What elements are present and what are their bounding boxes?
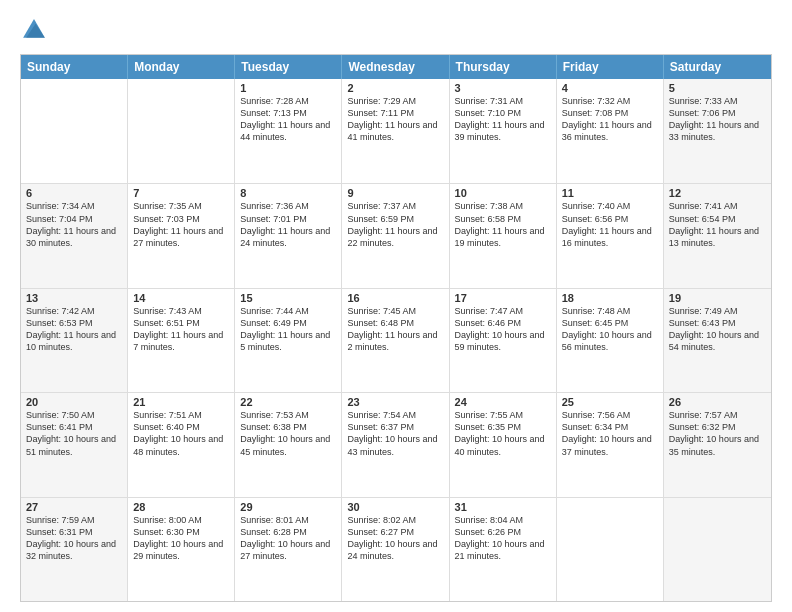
calendar-cell: 31Sunrise: 8:04 AM Sunset: 6:26 PM Dayli…	[450, 498, 557, 601]
calendar-cell: 2Sunrise: 7:29 AM Sunset: 7:11 PM Daylig…	[342, 79, 449, 183]
weekday-header: Tuesday	[235, 55, 342, 79]
day-info: Sunrise: 7:37 AM Sunset: 6:59 PM Dayligh…	[347, 200, 443, 249]
day-number: 30	[347, 501, 443, 513]
calendar-cell: 4Sunrise: 7:32 AM Sunset: 7:08 PM Daylig…	[557, 79, 664, 183]
calendar-cell: 28Sunrise: 8:00 AM Sunset: 6:30 PM Dayli…	[128, 498, 235, 601]
day-number: 20	[26, 396, 122, 408]
day-info: Sunrise: 7:33 AM Sunset: 7:06 PM Dayligh…	[669, 95, 766, 144]
day-number: 26	[669, 396, 766, 408]
calendar-cell: 19Sunrise: 7:49 AM Sunset: 6:43 PM Dayli…	[664, 289, 771, 392]
calendar-row: 1Sunrise: 7:28 AM Sunset: 7:13 PM Daylig…	[21, 79, 771, 183]
day-info: Sunrise: 7:59 AM Sunset: 6:31 PM Dayligh…	[26, 514, 122, 563]
page: SundayMondayTuesdayWednesdayThursdayFrid…	[0, 0, 792, 612]
day-number: 18	[562, 292, 658, 304]
day-info: Sunrise: 7:28 AM Sunset: 7:13 PM Dayligh…	[240, 95, 336, 144]
day-number: 16	[347, 292, 443, 304]
day-info: Sunrise: 7:51 AM Sunset: 6:40 PM Dayligh…	[133, 409, 229, 458]
day-number: 3	[455, 82, 551, 94]
calendar: SundayMondayTuesdayWednesdayThursdayFrid…	[20, 54, 772, 602]
day-number: 31	[455, 501, 551, 513]
day-number: 24	[455, 396, 551, 408]
calendar-row: 13Sunrise: 7:42 AM Sunset: 6:53 PM Dayli…	[21, 288, 771, 392]
day-info: Sunrise: 7:29 AM Sunset: 7:11 PM Dayligh…	[347, 95, 443, 144]
calendar-cell	[21, 79, 128, 183]
day-number: 12	[669, 187, 766, 199]
calendar-cell: 7Sunrise: 7:35 AM Sunset: 7:03 PM Daylig…	[128, 184, 235, 287]
calendar-cell: 25Sunrise: 7:56 AM Sunset: 6:34 PM Dayli…	[557, 393, 664, 496]
weekday-header: Saturday	[664, 55, 771, 79]
weekday-header: Thursday	[450, 55, 557, 79]
day-number: 23	[347, 396, 443, 408]
calendar-cell: 8Sunrise: 7:36 AM Sunset: 7:01 PM Daylig…	[235, 184, 342, 287]
calendar-cell: 18Sunrise: 7:48 AM Sunset: 6:45 PM Dayli…	[557, 289, 664, 392]
day-info: Sunrise: 7:40 AM Sunset: 6:56 PM Dayligh…	[562, 200, 658, 249]
day-number: 22	[240, 396, 336, 408]
day-info: Sunrise: 8:04 AM Sunset: 6:26 PM Dayligh…	[455, 514, 551, 563]
day-number: 14	[133, 292, 229, 304]
day-number: 4	[562, 82, 658, 94]
calendar-cell: 12Sunrise: 7:41 AM Sunset: 6:54 PM Dayli…	[664, 184, 771, 287]
weekday-header: Friday	[557, 55, 664, 79]
calendar-cell: 20Sunrise: 7:50 AM Sunset: 6:41 PM Dayli…	[21, 393, 128, 496]
weekday-header: Sunday	[21, 55, 128, 79]
day-info: Sunrise: 7:36 AM Sunset: 7:01 PM Dayligh…	[240, 200, 336, 249]
calendar-cell: 23Sunrise: 7:54 AM Sunset: 6:37 PM Dayli…	[342, 393, 449, 496]
day-info: Sunrise: 7:50 AM Sunset: 6:41 PM Dayligh…	[26, 409, 122, 458]
day-info: Sunrise: 7:48 AM Sunset: 6:45 PM Dayligh…	[562, 305, 658, 354]
calendar-cell: 5Sunrise: 7:33 AM Sunset: 7:06 PM Daylig…	[664, 79, 771, 183]
day-info: Sunrise: 8:00 AM Sunset: 6:30 PM Dayligh…	[133, 514, 229, 563]
calendar-cell: 15Sunrise: 7:44 AM Sunset: 6:49 PM Dayli…	[235, 289, 342, 392]
day-info: Sunrise: 7:42 AM Sunset: 6:53 PM Dayligh…	[26, 305, 122, 354]
day-info: Sunrise: 7:47 AM Sunset: 6:46 PM Dayligh…	[455, 305, 551, 354]
day-number: 17	[455, 292, 551, 304]
calendar-header: SundayMondayTuesdayWednesdayThursdayFrid…	[21, 55, 771, 79]
calendar-cell: 11Sunrise: 7:40 AM Sunset: 6:56 PM Dayli…	[557, 184, 664, 287]
day-info: Sunrise: 7:35 AM Sunset: 7:03 PM Dayligh…	[133, 200, 229, 249]
calendar-cell: 21Sunrise: 7:51 AM Sunset: 6:40 PM Dayli…	[128, 393, 235, 496]
calendar-cell: 9Sunrise: 7:37 AM Sunset: 6:59 PM Daylig…	[342, 184, 449, 287]
logo-icon	[20, 16, 48, 44]
day-info: Sunrise: 7:41 AM Sunset: 6:54 PM Dayligh…	[669, 200, 766, 249]
day-info: Sunrise: 7:44 AM Sunset: 6:49 PM Dayligh…	[240, 305, 336, 354]
day-number: 10	[455, 187, 551, 199]
day-number: 7	[133, 187, 229, 199]
day-number: 9	[347, 187, 443, 199]
day-info: Sunrise: 7:55 AM Sunset: 6:35 PM Dayligh…	[455, 409, 551, 458]
calendar-cell: 26Sunrise: 7:57 AM Sunset: 6:32 PM Dayli…	[664, 393, 771, 496]
calendar-cell: 10Sunrise: 7:38 AM Sunset: 6:58 PM Dayli…	[450, 184, 557, 287]
calendar-cell	[128, 79, 235, 183]
calendar-cell: 3Sunrise: 7:31 AM Sunset: 7:10 PM Daylig…	[450, 79, 557, 183]
calendar-row: 27Sunrise: 7:59 AM Sunset: 6:31 PM Dayli…	[21, 497, 771, 601]
calendar-cell: 6Sunrise: 7:34 AM Sunset: 7:04 PM Daylig…	[21, 184, 128, 287]
logo	[20, 16, 52, 44]
day-info: Sunrise: 7:56 AM Sunset: 6:34 PM Dayligh…	[562, 409, 658, 458]
day-number: 5	[669, 82, 766, 94]
day-info: Sunrise: 8:01 AM Sunset: 6:28 PM Dayligh…	[240, 514, 336, 563]
day-number: 1	[240, 82, 336, 94]
calendar-cell: 1Sunrise: 7:28 AM Sunset: 7:13 PM Daylig…	[235, 79, 342, 183]
day-number: 13	[26, 292, 122, 304]
day-number: 8	[240, 187, 336, 199]
calendar-cell: 13Sunrise: 7:42 AM Sunset: 6:53 PM Dayli…	[21, 289, 128, 392]
day-info: Sunrise: 7:49 AM Sunset: 6:43 PM Dayligh…	[669, 305, 766, 354]
day-info: Sunrise: 7:53 AM Sunset: 6:38 PM Dayligh…	[240, 409, 336, 458]
weekday-header: Monday	[128, 55, 235, 79]
calendar-row: 6Sunrise: 7:34 AM Sunset: 7:04 PM Daylig…	[21, 183, 771, 287]
calendar-cell: 30Sunrise: 8:02 AM Sunset: 6:27 PM Dayli…	[342, 498, 449, 601]
calendar-row: 20Sunrise: 7:50 AM Sunset: 6:41 PM Dayli…	[21, 392, 771, 496]
calendar-cell	[664, 498, 771, 601]
day-info: Sunrise: 7:45 AM Sunset: 6:48 PM Dayligh…	[347, 305, 443, 354]
day-number: 2	[347, 82, 443, 94]
day-number: 21	[133, 396, 229, 408]
calendar-cell: 17Sunrise: 7:47 AM Sunset: 6:46 PM Dayli…	[450, 289, 557, 392]
calendar-cell: 27Sunrise: 7:59 AM Sunset: 6:31 PM Dayli…	[21, 498, 128, 601]
calendar-body: 1Sunrise: 7:28 AM Sunset: 7:13 PM Daylig…	[21, 79, 771, 601]
day-number: 6	[26, 187, 122, 199]
calendar-cell: 14Sunrise: 7:43 AM Sunset: 6:51 PM Dayli…	[128, 289, 235, 392]
day-number: 27	[26, 501, 122, 513]
day-info: Sunrise: 8:02 AM Sunset: 6:27 PM Dayligh…	[347, 514, 443, 563]
day-number: 25	[562, 396, 658, 408]
header	[20, 16, 772, 44]
day-info: Sunrise: 7:34 AM Sunset: 7:04 PM Dayligh…	[26, 200, 122, 249]
calendar-cell: 22Sunrise: 7:53 AM Sunset: 6:38 PM Dayli…	[235, 393, 342, 496]
